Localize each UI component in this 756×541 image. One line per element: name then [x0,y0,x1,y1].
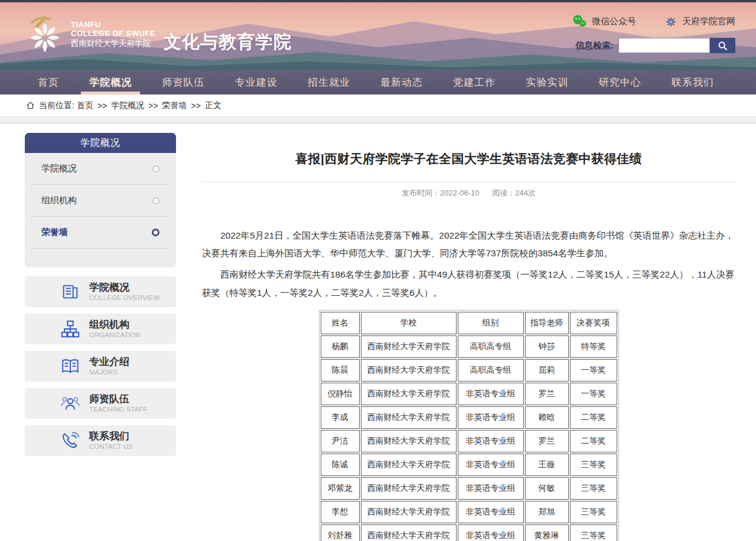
cell-group: 非英语专业组 [458,383,524,405]
cell-teacher: 屈莉 [525,359,569,382]
nav-item-contact[interactable]: 联系我们 [662,70,724,94]
table-row: 邓紫龙 西南财经大学天府学院 非英语专业组 何敏 三等奖 [321,477,617,500]
search-icon [718,41,728,51]
cell-group: 非英语专业组 [458,501,524,523]
wechat-icon [572,14,587,28]
nav-item-college-overview[interactable]: 学院概况 [80,70,141,94]
brand-line1: TIANFU [71,21,155,30]
nav-item-home[interactable]: 首页 [28,70,69,94]
breadcrumb-honor-wall[interactable]: 荣誉墙 [162,100,187,111]
cell-name: 陈诚 [321,454,360,476]
sidebar-menu-footer [25,249,176,268]
col-header-teacher: 指导老师 [525,312,569,334]
breadcrumb-separator: >> [97,101,107,110]
cell-name: 李成 [321,406,360,429]
table-row: 李成 西南财经大学天府学院 非英语专业组 赖晗 二等奖 [321,406,617,429]
radio-circle-icon [152,165,159,172]
radio-circle-icon [152,197,159,204]
card-subtitle: ORGANIZATION [89,331,141,339]
search-input[interactable] [618,38,710,53]
pickaxe-icon [30,16,50,30]
nav-item-majors[interactable]: 专业建设 [226,70,287,94]
award-results-table: 姓名 学校 组别 指导老师 决赛奖项 杨鹏 西南财经大学天府学院 高职高专组 钟… [319,310,619,541]
cell-group: 高职高专组 [458,335,524,358]
search-button[interactable] [710,38,735,53]
card-subtitle: MAJORS [89,369,129,376]
card-majors[interactable]: 专业介绍 MAJORS [25,351,176,382]
nav-item-news[interactable]: 最新动态 [371,70,432,94]
cell-group: 非英语专业组 [458,406,524,429]
card-subtitle: CONTACT US [89,443,133,451]
cell-school: 西南财经大学天府学院 [361,430,457,452]
tianfu-site-icon [664,15,677,28]
cell-group: 非英语专业组 [458,477,524,500]
home-icon [26,101,35,110]
sidebar-menu-title: 学院概况 [25,133,176,153]
card-title: 组织机构 [89,319,141,331]
tianfu-flower-logo-icon [25,13,65,56]
card-organization[interactable]: 组织机构 ORGANIZATION [25,314,176,344]
tianfu-site-link[interactable]: 天府学院官网 [664,15,735,28]
cell-teacher: 黄雅琳 [525,524,569,541]
breadcrumb-current-article[interactable]: 正文 [205,100,221,111]
card-college-overview[interactable]: 学院概况 COLLEGE OVERVIEW [25,276,176,307]
breadcrumb-separator: >> [191,101,201,110]
sidebar-item-organization[interactable]: 组织机构 [31,185,170,217]
majors-icon [60,356,80,376]
nav-item-labs[interactable]: 实验实训 [517,70,578,94]
nav-item-admissions[interactable]: 招生就业 [298,70,360,94]
nav-item-research[interactable]: 研究中心 [589,70,651,94]
article-meta: 发布时间：2022-06-10 阅读：244次 [202,188,735,198]
card-title: 师资队伍 [89,393,147,405]
cell-award: 一等奖 [570,383,617,405]
college-logo[interactable]: TIANFU COLLEGE OF SWUFE 西南财经大学天府学院 文化与教育… [25,13,292,56]
cell-award: 三等奖 [570,524,617,541]
article-title: 喜报|西财天府学院学子在全国大学生英语语法竞赛中获得佳绩 [202,151,735,167]
college-name: 文化与教育学院 [164,30,292,54]
sidebar-menu: 学院概况 学院概况 组织机构 荣誉墙 [25,133,176,268]
table-row: 倪静怡 西南财经大学天府学院 非英语专业组 罗兰 一等奖 [321,383,617,405]
cell-award: 三等奖 [570,501,617,523]
wechat-link-label: 微信公众号 [592,16,636,27]
breadcrumb-college-overview[interactable]: 学院概况 [111,100,144,111]
cell-teacher: 罗兰 [525,430,569,452]
breadcrumb-home[interactable]: 首页 [77,100,93,111]
search-label: 信息检索: [575,40,614,51]
cell-school: 西南财经大学天府学院 [361,406,457,429]
sidebar-item-label: 学院概况 [41,163,77,174]
cell-teacher: 罗兰 [525,383,569,405]
wechat-link[interactable]: 微信公众号 [572,14,636,28]
breadcrumb: 当前位置: 首页 >> 学院概况 >> 荣誉墙 >> 正文 [0,94,756,116]
col-header-name: 姓名 [321,312,360,334]
cell-name: 倪静怡 [321,383,360,405]
cell-name: 刘舒雅 [321,524,360,541]
contact-phone-icon [60,431,80,451]
table-row: 杨鹏 西南财经大学天府学院 高职高专组 钟莎 特等奖 [321,335,617,358]
cell-group: 非英语专业组 [458,454,524,476]
cell-group: 非英语专业组 [458,430,524,452]
college-overview-icon [60,282,80,302]
sidebar: 学院概况 学院概况 组织机构 荣誉墙 [25,133,176,462]
cell-teacher: 郑旭 [525,501,569,523]
cell-school: 西南财经大学天府学院 [361,524,457,541]
teaching-staff-icon [60,393,80,413]
cell-group: 非英语专业组 [458,524,524,541]
nav-item-party-building[interactable]: 党建工作 [444,70,505,94]
breadcrumb-prefix: 当前位置: [39,100,74,111]
nav-item-faculty[interactable]: 师资队伍 [152,70,214,94]
cell-school: 西南财经大学天府学院 [361,383,457,405]
card-contact-us[interactable]: 联系我们 CONTACT US [25,425,176,456]
cell-group: 高职高专组 [458,359,524,382]
sidebar-item-honor-wall[interactable]: 荣誉墙 [31,217,170,249]
site-header: TIANFU COLLEGE OF SWUFE 西南财经大学天府学院 文化与教育… [0,0,756,70]
table-row: 尹洁 西南财经大学天府学院 非英语专业组 罗兰 二等奖 [321,430,617,452]
sidebar-item-label: 荣誉墙 [41,227,68,238]
cell-teacher: 赖晗 [525,406,569,429]
sidebar-item-college-overview[interactable]: 学院概况 [31,153,170,185]
card-subtitle: TEACHING STAFF [89,406,147,413]
cell-name: 杨鹏 [321,335,360,358]
cell-name: 陈晨 [321,359,360,382]
sidebar-item-label: 组织机构 [41,195,77,206]
card-teaching-staff[interactable]: 师资队伍 TEACHING STAFF [25,388,176,419]
cell-name: 尹洁 [321,430,360,452]
